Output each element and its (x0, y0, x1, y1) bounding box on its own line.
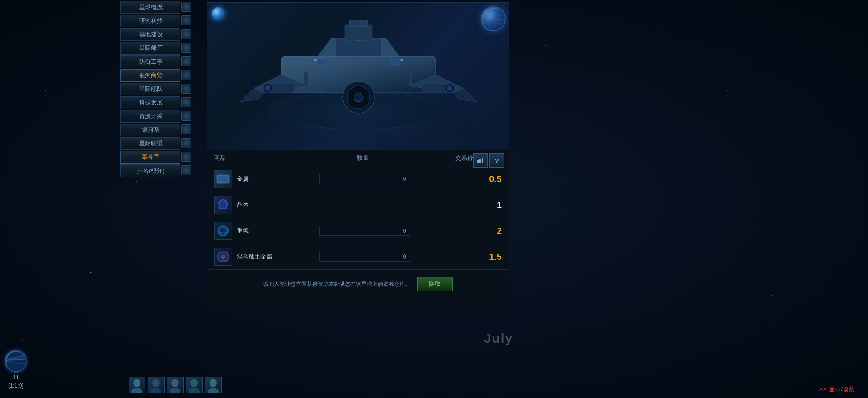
crystal-name: 晶体 (237, 201, 273, 209)
svg-point-7 (189, 388, 200, 393)
metal-icon (214, 170, 232, 188)
sidebar-item-9[interactable]: 银河系 (120, 123, 193, 136)
sidebar-btn-11[interactable]: 事务官 (120, 151, 180, 164)
avatar-5[interactable] (205, 377, 222, 393)
avatar-1[interactable] (129, 377, 145, 393)
trading-row-mixed: 混合稀土金属 0 1.5 (207, 244, 509, 270)
metal-price: 0.5 (456, 174, 502, 184)
sidebar-item-6[interactable]: 星际舰队 (120, 82, 193, 95)
exchange-button[interactable]: 换取 (417, 277, 453, 291)
avatar-2[interactable] (148, 377, 165, 393)
sidebar-btn-0[interactable]: 星球概况 (120, 1, 180, 14)
svg-point-8 (210, 379, 217, 387)
sidebar-item-5[interactable]: 银河商贸 (120, 68, 193, 82)
metal-quantity-value: 0 (403, 176, 406, 182)
bottom-left-panel: 11 [1:1:9] (5, 350, 27, 389)
sidebar-item-3[interactable]: 星际船厂 (120, 41, 193, 55)
trading-header-row: 商品 数量 交易价格 ? (207, 150, 509, 166)
sidebar-indicator-4 (181, 56, 191, 66)
ship-container (207, 3, 509, 150)
footer-text: 该商人能让您立即获得资源来补满您在该星球上的资源仓库。 (263, 280, 410, 288)
svg-point-9 (208, 388, 219, 393)
svg-rect-45 (479, 159, 481, 163)
svg-rect-46 (482, 158, 483, 163)
sidebar-btn-10[interactable]: 星际联盟 (120, 137, 180, 150)
metal-quantity-bar[interactable]: 0 (319, 174, 410, 184)
sidebar-btn-5[interactable]: 银河商贸 (120, 69, 180, 82)
sidebar-btn-1[interactable]: 研究科技 (120, 15, 180, 27)
avatar-4[interactable] (186, 377, 203, 393)
sidebar-indicator-2 (181, 29, 191, 39)
preview-area (207, 3, 509, 150)
col-header-price: 交易价格 (420, 154, 479, 162)
mixed-price: 1.5 (456, 252, 502, 262)
svg-point-58 (221, 255, 225, 259)
trading-row-crystal: 晶体 1 (207, 192, 509, 218)
sidebar-item-7[interactable]: 科技发展 (120, 95, 193, 109)
show-hide-label: 显示/隐藏 (829, 386, 854, 393)
mixed-quantity-container: 0 (273, 252, 456, 262)
hydrogen-name: 重氢 (237, 227, 273, 235)
sidebar-indicator-8 (181, 111, 191, 121)
sidebar-item-10[interactable]: 星际联盟 (120, 136, 193, 150)
crystal-price: 1 (456, 200, 502, 210)
hydrogen-quantity-bar[interactable]: 0 (319, 226, 410, 236)
sidebar-item-4[interactable]: 防御工事 (120, 55, 193, 68)
svg-rect-34 (304, 72, 308, 86)
show-hide-toggle[interactable]: >> 显示/隐藏 (819, 385, 854, 393)
sidebar-indicator-10 (181, 138, 191, 148)
main-panel: 商品 数量 交易价格 ? (207, 2, 509, 305)
avatar-3[interactable] (167, 377, 184, 393)
sidebar-btn-3[interactable]: 星际船厂 (120, 42, 180, 55)
svg-point-29 (354, 93, 363, 102)
sidebar-btn-6[interactable]: 星际舰队 (120, 83, 180, 95)
svg-rect-32 (318, 59, 327, 65)
svg-point-23 (265, 85, 270, 91)
sidebar-indicator-6 (181, 84, 191, 94)
sidebar-indicator-1 (181, 15, 191, 25)
mixed-icon (214, 248, 232, 266)
trading-row-metal: 金属 0 0.5 (207, 166, 509, 192)
mixed-name: 混合稀土金属 (237, 253, 273, 261)
sidebar-item-1[interactable]: 研究科技 (120, 14, 193, 27)
svg-rect-35 (409, 72, 412, 86)
mixed-quantity-value: 0 (403, 254, 406, 260)
sidebar-btn-4[interactable]: 防御工事 (120, 55, 180, 68)
svg-point-4 (171, 379, 179, 387)
hydrogen-price: 2 (456, 226, 502, 236)
sidebar-indicator-0 (181, 2, 191, 12)
sidebar-btn-2[interactable]: 基地建设 (120, 28, 180, 41)
avatar-row (129, 377, 222, 393)
mixed-quantity-bar[interactable]: 0 (319, 252, 410, 262)
svg-point-38 (358, 40, 359, 41)
svg-point-36 (314, 59, 317, 61)
sidebar-btn-8[interactable]: 资源开采 (120, 110, 180, 123)
sidebar-btn-9[interactable]: 银河系 (120, 124, 180, 136)
svg-rect-16 (349, 20, 368, 27)
planet-coords: [1:1:9] (8, 383, 23, 389)
trading-footer: 该商人能让您立即获得资源来补满您在该星球上的资源仓库。 换取 (207, 272, 509, 296)
trading-panel: 商品 数量 交易价格 ? (207, 150, 509, 305)
hydrogen-quantity-value: 0 (403, 228, 406, 234)
planet-icon[interactable] (5, 350, 27, 373)
chart-icon-btn[interactable] (473, 153, 488, 168)
sidebar-indicator-11 (181, 152, 191, 162)
help-icon-btn[interactable]: ? (489, 153, 504, 168)
svg-point-6 (190, 379, 198, 387)
sidebar-item-12[interactable]: 排名(积分) (120, 164, 193, 177)
svg-point-1 (131, 388, 142, 393)
blue-orb (212, 7, 224, 20)
sidebar-item-11[interactable]: 事务官 (120, 150, 193, 164)
svg-point-5 (170, 388, 180, 393)
sidebar-btn-12[interactable]: 排名(积分) (120, 164, 180, 177)
svg-point-39 (483, 8, 505, 31)
sidebar-item-8[interactable]: 资源开采 (120, 109, 193, 123)
metal-quantity-container: 0 (273, 174, 456, 184)
sidebar-item-0[interactable]: 星球概况 (120, 0, 193, 14)
sidebar-item-2[interactable]: 基地建设 (120, 27, 193, 41)
spaceship-svg (227, 11, 490, 143)
svg-point-0 (133, 379, 140, 387)
sidebar-indicator-7 (181, 97, 191, 107)
sidebar-btn-7[interactable]: 科技发展 (120, 96, 180, 109)
globe-icon[interactable] (481, 6, 506, 31)
